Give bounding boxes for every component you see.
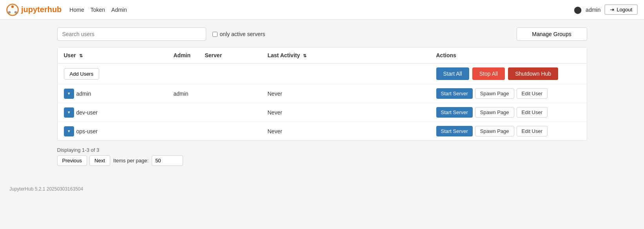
username-1: dev-user — [76, 109, 98, 116]
user-icon: ⬤ — [574, 5, 582, 14]
svg-point-2 — [8, 11, 11, 13]
table-row: ▾ dev-user Never Start Server Spawn Page… — [58, 103, 587, 122]
activity-sort-icon[interactable]: ⇅ — [303, 53, 307, 58]
action-buttons-cell-2: Start Server Spawn Page Edit User — [430, 122, 587, 141]
prev-button[interactable]: Previous — [57, 155, 87, 166]
start-server-button-0[interactable]: Start Server — [436, 88, 473, 99]
username-2: ops-user — [76, 128, 98, 134]
next-button[interactable]: Next — [89, 155, 110, 166]
add-users-button[interactable]: Add Users — [64, 68, 100, 80]
activity-cell-0: Never — [261, 84, 430, 103]
user-cell-0: ▾ admin — [58, 84, 167, 103]
manage-groups-label: Manage Groups — [532, 31, 571, 37]
user-sort-icon[interactable]: ⇅ — [79, 53, 83, 58]
spawn-page-button-2[interactable]: Spawn Page — [475, 126, 514, 136]
start-server-button-1[interactable]: Start Server — [436, 107, 473, 118]
bulk-server-cell — [199, 64, 261, 84]
svg-point-3 — [15, 11, 17, 13]
active-servers-checkbox[interactable] — [212, 32, 218, 37]
users-table: User ⇅ Admin Server Last Activity ⇅ Acti… — [58, 47, 587, 140]
spawn-page-button-0[interactable]: Spawn Page — [475, 88, 514, 99]
logout-button[interactable]: ⇥ Logout — [604, 4, 638, 15]
admin-cell-2 — [167, 122, 199, 141]
username-0: admin — [76, 91, 91, 97]
edit-user-button-2[interactable]: Edit User — [517, 126, 548, 136]
main-content: only active servers Manage Groups User ⇅… — [48, 20, 597, 174]
col-header-user: User ⇅ — [58, 47, 167, 64]
jupyterhub-logo — [6, 4, 19, 16]
brand-link[interactable]: jupyterhub — [6, 4, 62, 16]
displaying-text: Displaying 1-3 of 3 — [57, 147, 587, 153]
edit-user-button-0[interactable]: Edit User — [517, 88, 548, 99]
controls-row: only active servers Manage Groups — [57, 27, 587, 41]
activity-cell-2: Never — [261, 122, 430, 141]
add-users-cell: Add Users — [58, 64, 167, 84]
user-cell-2: ▾ ops-user — [58, 122, 167, 141]
user-col-label: User — [64, 52, 76, 58]
col-header-admin: Admin — [167, 47, 199, 64]
server-cell-1 — [199, 103, 261, 122]
stop-all-button[interactable]: Stop All — [472, 67, 505, 80]
admin-cell-0: admin — [167, 84, 199, 103]
spawn-page-button-1[interactable]: Spawn Page — [475, 107, 514, 118]
bulk-admin-cell — [167, 64, 199, 84]
activity-cell-1: Never — [261, 103, 430, 122]
nav-admin[interactable]: Admin — [111, 7, 127, 13]
version-text: JupyterHub 5.2.1 20250303163504 — [9, 186, 83, 192]
table-row: ▾ admin admin Never Start Server Spawn P… — [58, 84, 587, 103]
server-cell-0 — [199, 84, 261, 103]
activity-col-label: Last Activity — [268, 52, 300, 58]
navbar: jupyterhub Home Token Admin ⬤ admin ⇥ Lo… — [0, 0, 644, 20]
logout-icon: ⇥ — [610, 7, 614, 13]
active-servers-label: only active servers — [220, 31, 265, 37]
active-servers-filter[interactable]: only active servers — [212, 31, 265, 37]
brand-name: jupyterhub — [21, 5, 62, 14]
server-cell-2 — [199, 122, 261, 141]
logout-label: Logout — [617, 7, 632, 13]
bulk-actions-row: Add Users Start All Stop All Shutdown Hu… — [58, 64, 587, 84]
edit-user-button-1[interactable]: Edit User — [517, 107, 548, 118]
nav-home[interactable]: Home — [69, 7, 84, 13]
col-header-activity: Last Activity ⇅ — [261, 47, 430, 64]
start-server-button-2[interactable]: Start Server — [436, 126, 473, 136]
nav-links: Home Token Admin — [69, 7, 127, 13]
user-dropdown-button-1[interactable]: ▾ — [64, 107, 74, 118]
bulk-action-buttons-cell: Start All Stop All Shutdown Hub — [430, 64, 587, 84]
header-action-buttons: Start All Stop All Shutdown Hub — [436, 67, 581, 80]
navbar-right: ⬤ admin ⇥ Logout — [574, 4, 638, 15]
user-dropdown-button-0[interactable]: ▾ — [64, 89, 74, 99]
action-buttons-cell-0: Start Server Spawn Page Edit User — [430, 84, 587, 103]
start-all-button[interactable]: Start All — [436, 67, 469, 80]
svg-point-1 — [11, 5, 14, 7]
col-header-actions: Actions — [430, 47, 587, 64]
search-input[interactable] — [57, 27, 206, 41]
action-buttons-cell-1: Start Server Spawn Page Edit User — [430, 103, 587, 122]
bulk-activity-cell — [261, 64, 430, 84]
admin-cell-1 — [167, 103, 199, 122]
footer: JupyterHub 5.2.1 20250303163504 — [0, 182, 644, 196]
user-name: admin — [586, 7, 600, 13]
nav-token[interactable]: Token — [91, 7, 105, 13]
items-per-page-label: Items per page: — [113, 158, 149, 164]
shutdown-hub-button[interactable]: Shutdown Hub — [508, 67, 558, 80]
pagination-buttons: Previous Next — [57, 155, 110, 166]
users-table-container: User ⇅ Admin Server Last Activity ⇅ Acti… — [57, 47, 587, 141]
manage-groups-button[interactable]: Manage Groups — [517, 27, 587, 41]
pagination-row: Displaying 1-3 of 3 Previous Next Items … — [57, 147, 587, 166]
items-per-page-row: Previous Next Items per page: — [57, 155, 587, 166]
table-row: ▾ ops-user Never Start Server Spawn Page… — [58, 122, 587, 141]
col-header-server: Server — [199, 47, 261, 64]
user-dropdown-button-2[interactable]: ▾ — [64, 126, 74, 136]
items-per-page-input[interactable] — [152, 155, 183, 166]
user-cell-1: ▾ dev-user — [58, 103, 167, 122]
